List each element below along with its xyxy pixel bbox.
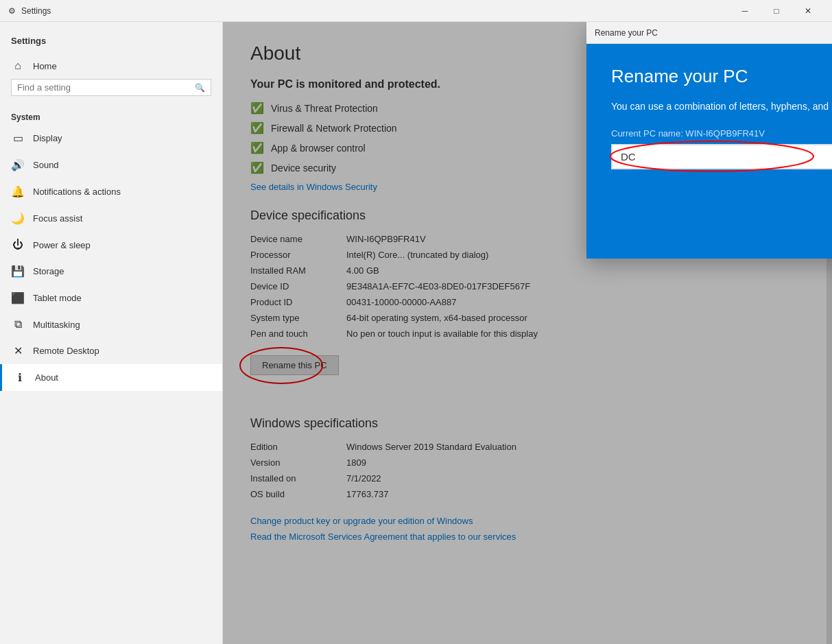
rename-dialog-title: Rename your PC — [611, 66, 832, 87]
display-icon: ▭ — [11, 132, 25, 145]
sidebar-item-label-about: About — [35, 372, 58, 383]
rename-dialog-footer: Next Cancel — [586, 213, 832, 259]
rename-dialog-titlebar: Rename your PC ✕ — [586, 22, 832, 44]
sidebar-item-multitasking[interactable]: ⧉ Multitasking — [0, 311, 222, 337]
app-title: Settings — [21, 6, 51, 16]
rename-dialog-content: Rename your PC You can use a combination… — [586, 44, 832, 213]
dialog-overlay: Rename your PC ✕ Rename your PC You can … — [223, 22, 832, 644]
rename-dialog-description: You can use a combination of letters, hy… — [611, 101, 832, 112]
app-icon: ⚙ — [8, 6, 16, 16]
sidebar: Settings ⌂ Home 🔍 System ▭ Display 🔊 Sou… — [0, 22, 223, 644]
sidebar-item-tablet[interactable]: ⬛ Tablet mode — [0, 285, 222, 311]
sidebar-item-label-home: Home — [33, 61, 57, 71]
sidebar-item-label-storage: Storage — [33, 266, 64, 276]
sidebar-item-home[interactable]: ⌂ Home — [0, 53, 222, 79]
sidebar-item-label-tablet: Tablet mode — [33, 293, 82, 303]
search-input[interactable] — [17, 82, 195, 93]
sidebar-item-label-display: Display — [33, 133, 62, 143]
rename-input-wrapper: ✕ — [611, 144, 832, 169]
main-content: Related settings System info About Your … — [223, 22, 832, 644]
close-button[interactable]: ✕ — [792, 0, 824, 22]
system-section-label: System — [0, 107, 222, 125]
sidebar-item-about[interactable]: ℹ About — [0, 364, 222, 391]
minimize-button[interactable]: ─ — [729, 0, 761, 22]
storage-icon: 💾 — [11, 265, 25, 278]
sidebar-item-label-notifications: Notifications & actions — [33, 187, 121, 197]
rename-pc-input[interactable] — [618, 148, 832, 165]
sidebar-item-display[interactable]: ▭ Display — [0, 125, 222, 152]
sidebar-item-notifications[interactable]: 🔔 Notifications & actions — [0, 178, 222, 205]
multitasking-icon: ⧉ — [11, 318, 25, 331]
sidebar-item-label-focus: Focus assist — [33, 213, 82, 224]
home-icon: ⌂ — [11, 60, 25, 72]
rename-dialog-titlebar-label: Rename your PC — [595, 28, 658, 38]
sidebar-item-remote[interactable]: ✕ Remote Desktop — [0, 337, 222, 364]
sidebar-header: Settings — [0, 22, 222, 53]
sidebar-item-power[interactable]: ⏻ Power & sleep — [0, 232, 222, 258]
search-box[interactable]: 🔍 — [11, 79, 211, 96]
sidebar-item-storage[interactable]: 💾 Storage — [0, 258, 222, 285]
sidebar-item-sound[interactable]: 🔊 Sound — [0, 152, 222, 178]
remote-icon: ✕ — [11, 344, 25, 357]
sidebar-item-label-sound: Sound — [33, 160, 59, 170]
about-icon: ℹ — [13, 371, 27, 384]
maximize-button[interactable]: □ — [761, 0, 792, 22]
current-pc-name-label: Current PC name: WIN-I6QPB9FR41V — [611, 128, 832, 139]
tablet-icon: ⬛ — [11, 291, 25, 305]
sound-icon: 🔊 — [11, 158, 25, 171]
power-icon: ⏻ — [11, 239, 25, 251]
rename-dialog: Rename your PC ✕ Rename your PC You can … — [586, 22, 832, 259]
sidebar-item-focus[interactable]: 🌙 Focus assist — [0, 205, 222, 232]
sidebar-item-label-multitasking: Multitasking — [33, 320, 80, 330]
search-icon: 🔍 — [195, 83, 205, 93]
title-bar: ⚙ Settings ─ □ ✕ — [0, 0, 832, 22]
sidebar-item-label-power: Power & sleep — [33, 240, 91, 250]
notifications-icon: 🔔 — [11, 185, 25, 198]
window-controls: ─ □ ✕ — [729, 0, 824, 22]
sidebar-item-label-remote: Remote Desktop — [33, 346, 99, 356]
focus-icon: 🌙 — [11, 212, 25, 225]
